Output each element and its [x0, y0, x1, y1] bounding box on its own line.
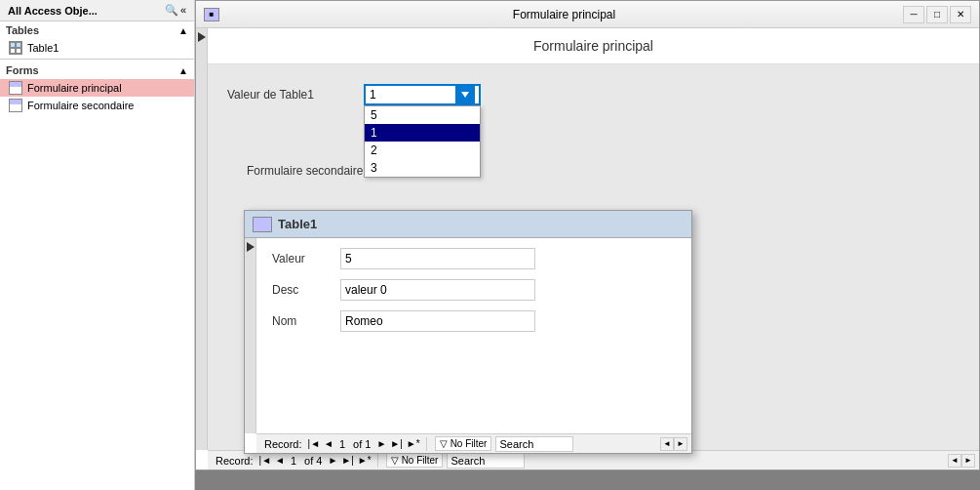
main-nav-last-btn[interactable]: ►|	[339, 455, 356, 466]
main-form-nav-strip	[196, 28, 208, 450]
subform-nav-divider	[426, 437, 427, 451]
dropdown-input[interactable]: 1	[364, 84, 481, 105]
subform-nav-first-btn[interactable]: |◄	[306, 438, 323, 449]
section-divider	[0, 59, 194, 60]
subform-nav-last-btn[interactable]: ►|	[388, 438, 405, 449]
dropdown-value: 1	[370, 88, 376, 102]
scroll-left-btn[interactable]: ◄	[948, 454, 961, 468]
main-record-label: Record:	[216, 455, 254, 467]
forms-section-label: Forms	[6, 64, 39, 76]
subform-nav-new-btn[interactable]: ►*	[405, 438, 422, 449]
subform-desc-label: Desc	[272, 283, 340, 297]
subform-nav-triangle-icon	[247, 242, 255, 252]
subform-window: Table1 Valeur Desc Nom Record:	[244, 210, 692, 454]
subform-record-label: Record:	[264, 438, 302, 450]
dropdown-popup: 5 1 2 3	[364, 105, 481, 178]
table1-label: Table1	[27, 42, 59, 54]
maximize-button[interactable]: □	[926, 6, 948, 23]
dropdown-option-5[interactable]: 5	[365, 106, 480, 124]
formulaire-secondaire-label: Formulaire secondaire	[27, 100, 134, 111]
subform-title: Table1	[278, 217, 317, 231]
window-controls: ─ □ ✕	[903, 6, 971, 23]
sidebar-search-icon[interactable]: 🔍	[165, 4, 178, 17]
subform-scroll-right-btn[interactable]: ►	[674, 437, 687, 451]
formulaire-secondaire-icon	[8, 99, 23, 112]
minimize-button[interactable]: ─	[903, 6, 924, 23]
subform-desc-input[interactable]	[340, 279, 535, 301]
dropdown-option-3[interactable]: 3	[365, 159, 480, 177]
nav-divider	[377, 454, 378, 468]
forms-section-header: Forms ▲	[0, 61, 194, 79]
main-nav-prev-btn[interactable]: ◄	[273, 455, 287, 466]
dropdown-option-1[interactable]: 1	[365, 124, 480, 142]
main-form-title: Formulaire principal	[208, 28, 979, 64]
formulaire-principal-icon	[8, 81, 23, 95]
tables-collapse-btn[interactable]: ▲	[178, 25, 188, 36]
main-window-titlebar: ■ Formulaire principal ─ □ ✕	[196, 1, 979, 28]
subform-body: Valeur Desc Nom	[256, 238, 691, 433]
subform-current-record: 1	[339, 438, 345, 450]
subform-titlebar: Table1	[245, 211, 691, 238]
subform-filter-icon: ▽	[440, 438, 448, 449]
subform-nom-row: Nom	[272, 310, 676, 332]
formulaire-principal-label: Formulaire principal	[27, 82, 122, 94]
filter-icon: ▽	[391, 455, 399, 466]
main-of-label: of 4	[304, 455, 322, 467]
main-nav-first-btn[interactable]: |◄	[257, 455, 274, 466]
subform-nom-label: Nom	[272, 314, 340, 328]
main-nav-scroll: ◄ ►	[948, 454, 975, 468]
main-window-icon: ■	[204, 8, 219, 21]
form-icon-shape2	[9, 99, 22, 112]
subform-nom-input[interactable]	[340, 310, 535, 332]
sidebar-item-formulaire-secondaire[interactable]: Formulaire secondaire	[0, 97, 194, 114]
main-window-title: Formulaire principal	[225, 8, 903, 21]
main-no-filter-btn[interactable]: ▽ No Filter	[386, 453, 444, 468]
table1-icon	[8, 41, 23, 55]
tables-section-header: Tables ▲	[0, 21, 194, 39]
main-form-body: Valeur de Table1 1 5	[208, 64, 979, 197]
subform-valeur-input[interactable]	[340, 248, 535, 269]
tables-section-label: Tables	[6, 24, 39, 36]
main-current-record: 1	[291, 455, 296, 467]
form-icon-shape	[9, 81, 22, 95]
valeur-field-row: Valeur de Table1 1 5	[227, 84, 960, 105]
subform-no-filter-label: No Filter	[451, 438, 488, 449]
subform-no-filter-btn[interactable]: ▽ No Filter	[435, 436, 492, 451]
close-button[interactable]: ✕	[950, 6, 971, 23]
subform-record-nav: Record: |◄ ◄ 1 of 1 ► ►| ►* ▽ No Filter …	[256, 433, 691, 453]
subform-nav-strip	[245, 238, 256, 433]
dropdown-container: 1 5 1 2 3	[364, 84, 481, 105]
subform-scroll-left-btn[interactable]: ◄	[660, 437, 674, 451]
subform-window-icon	[253, 217, 272, 232]
forms-collapse-btn[interactable]: ▲	[178, 65, 188, 76]
main-area: ■ Formulaire principal ─ □ ✕ Formulaire …	[195, 0, 980, 490]
subform-valeur-row: Valeur	[272, 248, 676, 269]
subform-search-input[interactable]	[495, 436, 573, 452]
main-nav-new-btn[interactable]: ►*	[356, 455, 373, 466]
subform-area-label: Formulaire secondaire:	[247, 164, 367, 178]
table-icon-shape	[9, 41, 22, 55]
sidebar-title: All Access Obje...	[8, 5, 98, 17]
subform-nav-scroll: ◄ ►	[660, 437, 687, 451]
subform-nav-next-btn[interactable]: ►	[374, 438, 388, 449]
sidebar: All Access Obje... 🔍 « Tables ▲ Table1 F…	[0, 0, 195, 490]
subform-valeur-label: Valeur	[272, 252, 340, 265]
subform-label-area: Formulaire secondaire:	[227, 164, 960, 178]
sidebar-item-table1[interactable]: Table1	[0, 39, 194, 57]
subform-desc-row: Desc	[272, 279, 676, 301]
subform-of-label: of 1	[353, 438, 371, 450]
no-filter-label: No Filter	[402, 455, 439, 466]
dropdown-arrow-btn[interactable]	[455, 85, 475, 104]
sidebar-collapse-icon[interactable]: «	[180, 4, 186, 17]
main-search-input[interactable]	[447, 453, 525, 469]
dropdown-option-2[interactable]: 2	[365, 142, 480, 159]
subform-nav-prev-btn[interactable]: ◄	[322, 438, 335, 449]
scroll-right-btn[interactable]: ►	[961, 454, 975, 468]
chevron-down-icon	[461, 92, 469, 98]
nav-triangle-icon	[198, 32, 206, 42]
sidebar-header: All Access Obje... 🔍 «	[0, 0, 194, 21]
dropdown-arrow-icon	[455, 85, 475, 104]
sidebar-item-formulaire-principal[interactable]: Formulaire principal	[0, 79, 194, 97]
main-nav-next-btn[interactable]: ►	[326, 455, 339, 466]
valeur-field-label: Valeur de Table1	[227, 88, 364, 102]
